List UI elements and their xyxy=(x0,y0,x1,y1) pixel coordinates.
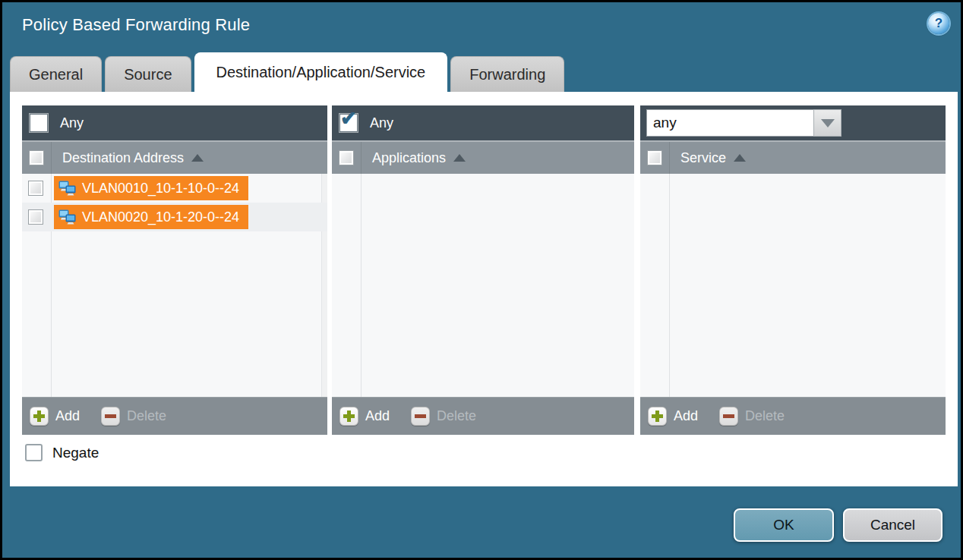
tab-bar: General Source Destination/Application/S… xyxy=(10,52,564,92)
plus-icon xyxy=(30,407,49,426)
add-button[interactable]: Add xyxy=(648,407,698,426)
add-label: Add xyxy=(365,408,390,424)
service-select-all-checkbox[interactable] xyxy=(647,150,662,165)
destination-any-label: Any xyxy=(60,115,84,131)
header-divider xyxy=(361,142,362,174)
delete-button[interactable]: Delete xyxy=(411,407,476,426)
table-row[interactable]: VLAN0020_10-1-20-0--24 xyxy=(22,203,327,231)
tab-destination-application-service[interactable]: Destination/Application/Service xyxy=(194,52,448,92)
delete-button[interactable]: Delete xyxy=(719,407,785,426)
delete-label: Delete xyxy=(127,408,166,424)
row-checkbox[interactable] xyxy=(28,209,43,225)
delete-label: Delete xyxy=(437,408,476,424)
negate-checkbox[interactable] xyxy=(25,444,43,461)
service-list xyxy=(640,174,946,397)
question-mark-glyph: ? xyxy=(935,16,942,31)
tab-forwarding[interactable]: Forwarding xyxy=(450,56,564,92)
row-checkbox[interactable] xyxy=(28,181,43,196)
applications-any-checkbox[interactable]: ✔ xyxy=(339,114,358,132)
address-object-name: VLAN0010_10-1-10-0--24 xyxy=(82,181,239,197)
destination-select-all-checkbox[interactable] xyxy=(29,150,44,165)
service-column-header[interactable]: Service xyxy=(680,150,726,166)
address-object-chip[interactable]: VLAN0020_10-1-20-0--24 xyxy=(54,205,248,229)
sort-ascending-icon[interactable] xyxy=(453,154,466,162)
cancel-button[interactable]: Cancel xyxy=(843,508,942,542)
minus-icon xyxy=(101,407,120,426)
tab-source[interactable]: Source xyxy=(105,56,191,92)
header-divider xyxy=(669,142,670,174)
plus-icon xyxy=(648,407,667,426)
applications-any-bar: ✔ Any xyxy=(332,105,634,140)
destination-list: VLAN0010_10-1-10-0--24 xyxy=(22,174,327,397)
header-divider xyxy=(51,142,52,174)
pbf-rule-dialog: Policy Based Forwarding Rule ? General S… xyxy=(0,0,963,560)
destination-any-bar: ✔ Any xyxy=(22,105,327,140)
dialog-title: Policy Based Forwarding Rule xyxy=(22,15,250,35)
service-dropdown xyxy=(646,109,841,137)
add-button[interactable]: Add xyxy=(30,407,80,426)
service-dropdown-bar xyxy=(640,105,946,140)
add-button[interactable]: Add xyxy=(339,407,390,426)
help-icon[interactable]: ? xyxy=(928,13,949,34)
applications-header-row: Applications xyxy=(332,140,634,174)
delete-button[interactable]: Delete xyxy=(101,407,166,426)
sort-ascending-icon[interactable] xyxy=(191,154,204,162)
destination-column-header[interactable]: Destination Address xyxy=(62,150,184,166)
service-toolbar: Add Delete xyxy=(640,397,946,435)
minus-icon xyxy=(411,407,430,426)
destination-column: ✔ Any Destination Address xyxy=(22,105,327,435)
service-dropdown-button[interactable] xyxy=(813,109,841,137)
destination-header-row: Destination Address xyxy=(22,140,327,174)
applications-any-label: Any xyxy=(370,115,393,131)
content-panel: ✔ Any Destination Address xyxy=(10,92,958,486)
negate-label: Negate xyxy=(52,445,99,461)
address-object-name: VLAN0020_10-1-20-0--24 xyxy=(82,209,239,225)
network-address-icon xyxy=(58,209,76,225)
applications-select-all-checkbox[interactable] xyxy=(339,150,354,165)
plus-icon xyxy=(339,407,358,426)
applications-list xyxy=(332,174,634,397)
applications-column: ✔ Any Applications Add Delete xyxy=(332,105,634,435)
gutter-divider xyxy=(361,174,362,397)
destination-any-checkbox[interactable]: ✔ xyxy=(30,114,48,132)
add-label: Add xyxy=(674,408,698,424)
delete-label: Delete xyxy=(745,408,785,424)
service-header-row: Service xyxy=(640,140,946,174)
service-column: Service Add Delete xyxy=(640,105,946,435)
address-object-chip[interactable]: VLAN0010_10-1-10-0--24 xyxy=(54,176,248,200)
gutter-divider xyxy=(669,174,670,397)
chevron-down-icon xyxy=(821,119,835,127)
minus-icon xyxy=(719,407,738,426)
tab-general[interactable]: General xyxy=(10,56,102,92)
sort-ascending-icon[interactable] xyxy=(734,154,746,162)
destination-toolbar: Add Delete xyxy=(22,397,327,435)
table-row[interactable]: VLAN0010_10-1-10-0--24 xyxy=(22,174,327,203)
ok-button[interactable]: OK xyxy=(734,508,834,542)
add-label: Add xyxy=(55,408,80,424)
checkmark-icon: ✔ xyxy=(340,109,357,128)
applications-column-header[interactable]: Applications xyxy=(372,150,446,166)
network-address-icon xyxy=(58,181,76,196)
negate-option: Negate xyxy=(25,444,99,461)
service-dropdown-input[interactable] xyxy=(646,109,813,137)
applications-toolbar: Add Delete xyxy=(332,397,634,435)
